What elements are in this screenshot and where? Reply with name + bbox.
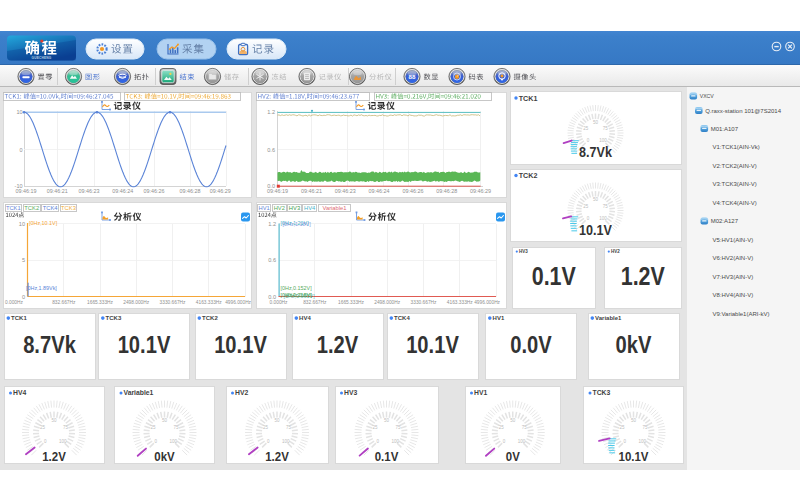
svg-text:09:46:24: 09:46:24 xyxy=(112,188,133,194)
svg-text:M02:A127: M02:A127 xyxy=(711,218,739,224)
svg-text:TCK2: TCK2 xyxy=(519,171,538,180)
svg-text:10.1V: 10.1V xyxy=(619,449,649,464)
svg-text:09:46:21: 09:46:21 xyxy=(47,188,68,194)
svg-text:0kV: 0kV xyxy=(616,331,652,358)
svg-text:75: 75 xyxy=(603,126,609,131)
svg-text:V4:TCK4(AIN-V): V4:TCK4(AIN-V) xyxy=(713,200,757,206)
svg-text:50: 50 xyxy=(631,418,637,423)
svg-text:09:46:21: 09:46:21 xyxy=(301,188,322,194)
svg-text:75: 75 xyxy=(286,425,292,430)
svg-text:3330.667Hz: 3330.667Hz xyxy=(411,300,437,305)
svg-text:3330.667Hz: 3330.667Hz xyxy=(160,300,186,305)
svg-text:V6:HV2(AIN-V): V6:HV2(AIN-V) xyxy=(713,255,754,261)
svg-text:4996.000Hz: 4996.000Hz xyxy=(474,300,500,305)
svg-text:25: 25 xyxy=(583,204,589,209)
svg-text:HV2: HV2 xyxy=(235,389,248,396)
svg-text:4996.000Hz: 4996.000Hz xyxy=(225,300,251,305)
svg-text:50: 50 xyxy=(162,418,168,423)
svg-text:09:46:26: 09:46:26 xyxy=(144,188,165,194)
svg-text:09:46:19: 09:46:19 xyxy=(267,188,288,194)
svg-text:75: 75 xyxy=(642,425,648,430)
svg-text:50: 50 xyxy=(593,197,599,202)
svg-text:0V: 0V xyxy=(506,449,520,464)
svg-text:VXCV: VXCV xyxy=(700,93,715,99)
svg-text:[0Hz,10.1V]: [0Hz,10.1V] xyxy=(29,220,58,226)
svg-text:25: 25 xyxy=(263,425,269,430)
svg-text:1.2: 1.2 xyxy=(267,109,275,115)
svg-text:832.667Hz: 832.667Hz xyxy=(52,300,76,305)
svg-text:100: 100 xyxy=(599,138,607,143)
svg-text:V5:HV1(AIN-V): V5:HV1(AIN-V) xyxy=(713,237,754,243)
svg-text:75: 75 xyxy=(173,425,179,430)
svg-text:TCK1: TCK1 xyxy=(519,94,538,103)
svg-text:100: 100 xyxy=(170,439,178,444)
svg-text:75: 75 xyxy=(603,204,609,209)
svg-text:V3:TCK3(AIN-V): V3:TCK3(AIN-V) xyxy=(713,181,757,187)
svg-text:100: 100 xyxy=(518,439,526,444)
svg-text:09:46:26: 09:46:26 xyxy=(402,188,423,194)
svg-text:HV2: HV2 xyxy=(274,205,285,211)
svg-text:09:46:28: 09:46:28 xyxy=(180,188,201,194)
svg-text:09:46:24: 09:46:24 xyxy=(369,188,390,194)
svg-text:HV1: HV1 xyxy=(474,389,487,396)
svg-text:TCK4: TCK4 xyxy=(394,315,410,321)
svg-text:0.1V: 0.1V xyxy=(375,449,399,464)
svg-text:2498.000Hz: 2498.000Hz xyxy=(123,300,149,305)
svg-text:TCK2: TCK2 xyxy=(24,205,39,211)
svg-text:TCK3: TCK3 xyxy=(61,205,76,211)
svg-text:[0Hz,0.0V]: [0Hz,0.0V] xyxy=(287,292,313,298)
svg-text:100: 100 xyxy=(392,439,400,444)
svg-text:09:46:28: 09:46:28 xyxy=(436,188,457,194)
svg-text:100: 100 xyxy=(639,439,647,444)
svg-text:1.2V: 1.2V xyxy=(42,449,66,464)
svg-text:10.1V: 10.1V xyxy=(579,221,612,238)
svg-text:75: 75 xyxy=(395,425,401,430)
svg-text:0: 0 xyxy=(19,147,22,153)
svg-text:10.1V: 10.1V xyxy=(406,331,459,358)
svg-text:100: 100 xyxy=(59,439,67,444)
svg-text:TCK1: TCK1 xyxy=(6,205,21,211)
svg-text:HV4: HV4 xyxy=(299,315,311,321)
svg-text:0.000Hz: 0.000Hz xyxy=(270,300,288,305)
svg-text:09:46:19: 09:46:19 xyxy=(16,188,37,194)
svg-text:09:46:23: 09:46:23 xyxy=(79,188,100,194)
svg-text:4163.333Hz: 4163.333Hz xyxy=(196,300,222,305)
svg-text:75: 75 xyxy=(63,425,69,430)
svg-text:25: 25 xyxy=(583,126,589,131)
svg-text:0.1V: 0.1V xyxy=(532,262,576,290)
svg-text:[0Hz,0.152V]: [0Hz,0.152V] xyxy=(281,285,313,291)
svg-text:25: 25 xyxy=(150,425,156,430)
svg-text:TCK3: TCK3 xyxy=(106,315,122,321)
svg-text:88: 88 xyxy=(409,73,416,80)
svg-text:Q.raxx-station 101@7S2014: Q.raxx-station 101@7S2014 xyxy=(705,108,781,114)
svg-text:1.2V: 1.2V xyxy=(621,262,665,290)
svg-text:GUECHENG: GUECHENG xyxy=(31,56,51,60)
svg-text:V8:HV4(AIN-V): V8:HV4(AIN-V) xyxy=(713,292,754,298)
svg-text:HV4: HV4 xyxy=(13,389,26,396)
svg-text:V9:Variable1(ARI-kV): V9:Variable1(ARI-kV) xyxy=(713,311,770,317)
svg-text:TCK3: TCK3 xyxy=(593,389,611,396)
svg-text:1.2: 1.2 xyxy=(268,221,276,227)
svg-text:0kV: 0kV xyxy=(154,449,174,464)
svg-text:50: 50 xyxy=(274,418,280,423)
svg-text:100: 100 xyxy=(282,439,290,444)
svg-text:HV2: HV2 xyxy=(611,249,620,254)
svg-text:09:46:29: 09:46:29 xyxy=(470,188,491,194)
svg-text:5: 5 xyxy=(22,257,25,263)
svg-text:M01:A107: M01:A107 xyxy=(711,126,739,132)
svg-text:25: 25 xyxy=(499,425,505,430)
svg-text:8.7Vk: 8.7Vk xyxy=(579,143,612,160)
svg-text:HV1: HV1 xyxy=(259,205,270,211)
svg-text:HV3: HV3 xyxy=(519,249,528,254)
svg-text:50: 50 xyxy=(384,418,390,423)
svg-text:25: 25 xyxy=(619,425,625,430)
svg-text:0: 0 xyxy=(22,294,25,300)
svg-text:TCK1: TCK1 xyxy=(11,315,27,321)
svg-text:2498.000Hz: 2498.000Hz xyxy=(374,300,400,305)
svg-text:832.667Hz: 832.667Hz xyxy=(303,300,327,305)
svg-text:8.7Vk: 8.7Vk xyxy=(23,331,76,358)
svg-text:HV3: HV3 xyxy=(344,389,357,396)
svg-text:1.2V: 1.2V xyxy=(265,449,289,464)
svg-text:75: 75 xyxy=(522,425,528,430)
svg-text:50: 50 xyxy=(593,120,599,125)
